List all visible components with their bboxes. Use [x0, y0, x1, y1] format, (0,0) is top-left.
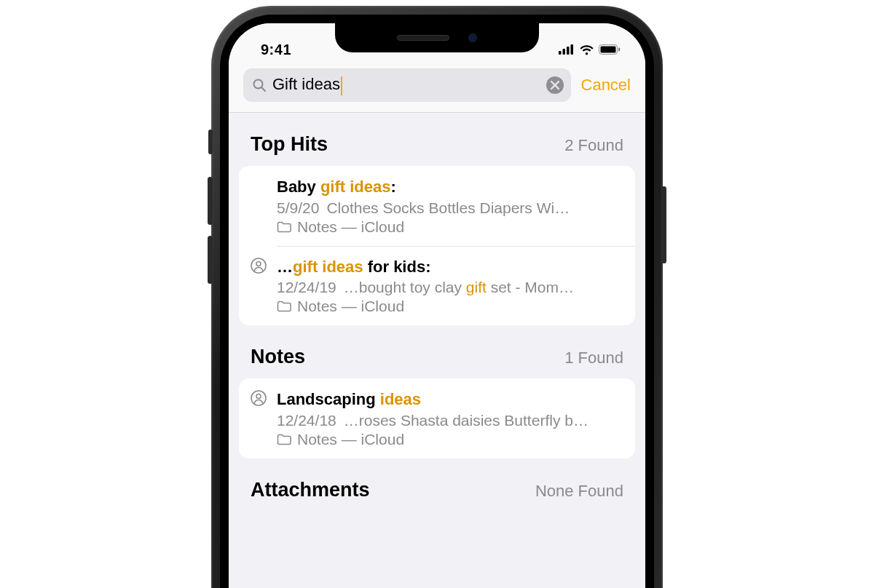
volume-up-button [208, 177, 213, 225]
battery-icon [599, 44, 621, 55]
cancel-button[interactable]: Cancel [581, 76, 631, 95]
folder-icon [277, 221, 291, 233]
section-header-top-hits: Top Hits 2 Found [229, 113, 645, 166]
search-header: Gift ideas Cancel [229, 63, 645, 113]
folder-icon [277, 434, 291, 445]
section-title: Attachments [251, 479, 370, 501]
svg-rect-1 [563, 49, 566, 55]
clear-icon [551, 81, 559, 90]
result-snippet: 12/24/18…roses Shasta daisies Butterfly … [277, 412, 622, 429]
svg-point-10 [256, 261, 261, 266]
section-header-attachments: Attachments None Found [229, 458, 645, 512]
search-input[interactable]: Gift ideas [272, 75, 540, 95]
search-field[interactable]: Gift ideas [243, 68, 571, 102]
screen: 9:41 Gift ideas Cancel [229, 23, 645, 588]
status-time: 9:41 [261, 41, 291, 58]
svg-rect-5 [601, 47, 616, 53]
section-title: Notes [251, 346, 305, 368]
clear-search-button[interactable] [546, 76, 564, 94]
mute-switch [208, 130, 213, 154]
section-count: None Found [535, 482, 623, 501]
svg-point-12 [256, 394, 261, 399]
search-query-text: Gift ideas [272, 75, 340, 93]
text-caret [341, 76, 342, 95]
section-count: 1 Found [564, 349, 623, 368]
result-snippet: 12/24/19…bought toy clay gift set - Mom… [277, 279, 622, 296]
results-scroll[interactable]: Top Hits 2 Found Baby gift ideas: 5/9/20… [229, 113, 645, 512]
svg-line-8 [261, 87, 265, 91]
section-title: Top Hits [251, 133, 328, 156]
wifi-icon [579, 44, 594, 55]
volume-down-button [208, 236, 213, 284]
shared-icon [251, 390, 268, 408]
speaker-grille [397, 35, 449, 41]
result-location: Notes — iCloud [277, 218, 622, 236]
shared-icon [251, 258, 268, 275]
result-location: Notes — iCloud [277, 298, 622, 315]
section-count: 2 Found [564, 136, 623, 155]
result-location: Notes — iCloud [277, 431, 622, 448]
notes-card: Landscaping ideas 12/24/18…roses Shasta … [239, 378, 635, 458]
front-camera [468, 33, 477, 42]
cellular-icon [559, 44, 575, 55]
result-row[interactable]: Baby gift ideas: 5/9/20Clothes Socks Bot… [239, 166, 635, 246]
folder-icon [277, 301, 291, 312]
result-title: Landscaping ideas [277, 389, 622, 410]
result-snippet: 5/9/20Clothes Socks Bottles Diapers Wi… [277, 199, 622, 217]
top-hits-card: Baby gift ideas: 5/9/20Clothes Socks Bot… [239, 166, 635, 325]
search-icon [252, 78, 267, 92]
power-button [661, 186, 666, 263]
section-header-notes: Notes 1 Found [229, 325, 645, 378]
notch [335, 23, 539, 52]
result-title: …gift ideas for kids: [277, 256, 622, 278]
status-icons [559, 44, 621, 55]
result-row[interactable]: Landscaping ideas 12/24/18…roses Shasta … [239, 378, 635, 458]
result-row[interactable]: …gift ideas for kids: 12/24/19…bought to… [239, 246, 635, 326]
svg-rect-3 [571, 44, 574, 55]
result-title: Baby gift ideas: [277, 176, 622, 198]
svg-rect-6 [618, 48, 620, 52]
svg-rect-2 [567, 47, 570, 55]
device-frame: 9:41 Gift ideas Cancel [211, 6, 663, 588]
svg-rect-0 [559, 51, 562, 55]
